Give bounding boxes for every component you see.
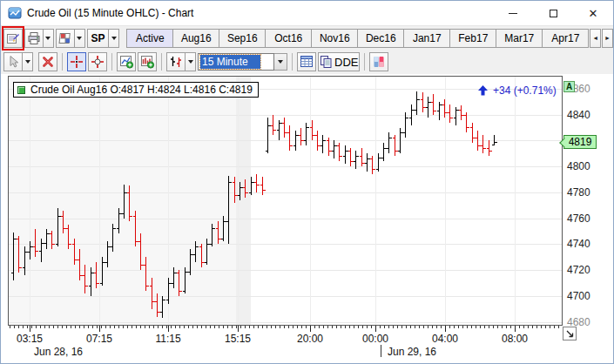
delete-x-icon bbox=[42, 56, 54, 68]
minimize-icon bbox=[509, 13, 517, 14]
dde-label: DDE bbox=[334, 56, 358, 69]
add-study-button[interactable] bbox=[138, 52, 157, 71]
study-add-icon bbox=[140, 55, 155, 69]
dropdown-icon bbox=[111, 37, 117, 40]
quote-table-button[interactable] bbox=[297, 52, 316, 71]
symbol-button[interactable]: SP bbox=[87, 29, 110, 48]
time-axis-label: 15:15 bbox=[217, 333, 259, 345]
tab-scroll-left-button[interactable]: ◄ bbox=[590, 29, 601, 48]
time-axis-label: 20:00 bbox=[289, 333, 331, 345]
tab-nov16[interactable]: Nov16 bbox=[311, 29, 358, 48]
tab-oct16[interactable]: Oct16 bbox=[265, 29, 312, 48]
bar-colors-button[interactable] bbox=[369, 52, 388, 71]
price-axis-label: 4840 bbox=[567, 109, 605, 121]
interval-selected-value: 15 Minute bbox=[200, 55, 260, 69]
minimize-button[interactable] bbox=[493, 1, 533, 25]
price-axis-label: 4740 bbox=[567, 238, 605, 250]
tab-apr17[interactable]: Apr17 bbox=[542, 29, 589, 48]
date-axis-labels: Jun 28, 16Jun 29, 16 bbox=[1, 346, 613, 358]
interval-combobox[interactable]: 15 Minute bbox=[198, 53, 287, 71]
tab-feb17[interactable]: Feb17 bbox=[449, 29, 496, 48]
app-window: Crude Oil (15 Minute OHLC) - Chart ✕ bbox=[0, 0, 614, 364]
ohlc-plot[interactable] bbox=[8, 76, 563, 326]
toolbar-separator bbox=[161, 53, 162, 71]
current-price-tag: 4819 bbox=[563, 135, 597, 149]
tab-aug16[interactable]: Aug16 bbox=[172, 29, 219, 48]
dropdown-icon bbox=[278, 60, 283, 64]
time-axis-label: 07:15 bbox=[78, 333, 120, 345]
legend-text: Crude Oil Aug16 O:4817 H:4824 L:4816 C:4… bbox=[30, 84, 253, 96]
interval-value-box[interactable]: 15 Minute bbox=[198, 53, 274, 71]
time-axis-labels[interactable]: 03:1507:1511:1515:1520:0000:0004:0008:00 bbox=[1, 333, 613, 345]
dropdown-icon bbox=[45, 37, 51, 40]
cursor-icon bbox=[7, 55, 19, 69]
pointer-tool-button[interactable] bbox=[3, 52, 23, 71]
print-button[interactable] bbox=[24, 29, 44, 48]
table-icon bbox=[300, 55, 314, 69]
tab-jan17[interactable]: Jan17 bbox=[403, 29, 450, 48]
close-button[interactable]: ✕ bbox=[573, 1, 613, 25]
price-axis-label: 4720 bbox=[567, 264, 605, 276]
toolbar-separator bbox=[111, 53, 112, 71]
change-text: +34 (+0.71%) bbox=[493, 84, 557, 97]
interval-dropdown-button[interactable] bbox=[274, 53, 287, 71]
symbol-dropdown-button[interactable] bbox=[109, 29, 119, 48]
printer-icon bbox=[27, 31, 41, 45]
bar-style-button[interactable] bbox=[166, 52, 186, 71]
crosshair-icon bbox=[70, 55, 84, 69]
date-label: Jun 28, 16 bbox=[34, 346, 83, 358]
main-toolbar: SP ActiveAug16Sep16Oct16Nov16Dec16Jan17F… bbox=[1, 25, 613, 50]
time-axis-label: 08:00 bbox=[494, 333, 536, 345]
chart-resize-handle[interactable] bbox=[563, 327, 577, 340]
price-change-label: +34 (+0.71%) bbox=[478, 84, 557, 97]
bar-style-dropdown-button[interactable] bbox=[186, 52, 196, 71]
date-label: Jun 29, 16 bbox=[388, 346, 436, 358]
toolbar-separator bbox=[62, 53, 63, 71]
tab-mar17[interactable]: Mar17 bbox=[496, 29, 543, 48]
toolbar-separator bbox=[364, 53, 365, 71]
price-axis-label: 4780 bbox=[567, 186, 605, 199]
tab-scroll-right-button[interactable]: ► bbox=[602, 29, 613, 48]
time-axis-label: 00:00 bbox=[354, 333, 396, 345]
maximize-button[interactable] bbox=[533, 1, 573, 25]
dde-export-button[interactable]: DDE bbox=[318, 52, 360, 71]
price-axis-label: 4760 bbox=[567, 212, 605, 225]
chart-settings-button[interactable] bbox=[56, 29, 75, 48]
dropdown-icon bbox=[77, 37, 82, 40]
chart-settings-dropdown-button[interactable] bbox=[75, 29, 85, 48]
close-icon: ✕ bbox=[589, 8, 598, 19]
date-separator bbox=[381, 345, 381, 357]
scroll-right-icon: ► bbox=[604, 35, 611, 41]
print-dropdown-button[interactable] bbox=[44, 29, 54, 48]
color-bars-icon bbox=[372, 55, 386, 69]
contract-tab-strip: ActiveAug16Sep16Oct16Nov16Dec16Jan17Feb1… bbox=[127, 29, 589, 48]
window-title: Crude Oil (15 Minute OHLC) - Chart bbox=[27, 7, 493, 19]
chart-settings-icon bbox=[58, 31, 72, 45]
time-axis-label: 03:15 bbox=[9, 333, 51, 345]
chart-region: Crude Oil Aug16 O:4817 H:4824 L:4816 C:4… bbox=[1, 74, 613, 363]
maximize-icon bbox=[550, 10, 557, 17]
price-axis-label: 4800 bbox=[567, 160, 605, 172]
dropdown-icon bbox=[25, 60, 30, 64]
tab-dec16[interactable]: Dec16 bbox=[357, 29, 404, 48]
price-axis-label: 4700 bbox=[567, 290, 605, 302]
chart-toolbar: 15 Minute DDE bbox=[1, 50, 613, 74]
chart-properties-button[interactable] bbox=[3, 29, 23, 48]
copy-sheets-icon bbox=[320, 55, 333, 69]
title-bar: Crude Oil (15 Minute OHLC) - Chart ✕ bbox=[1, 1, 613, 25]
tab-active[interactable]: Active bbox=[126, 29, 173, 48]
delete-tool-button[interactable] bbox=[38, 52, 57, 71]
chart-legend[interactable]: Crude Oil Aug16 O:4817 H:4824 L:4816 C:4… bbox=[13, 82, 259, 98]
auto-scale-badge[interactable]: A bbox=[563, 81, 575, 92]
diagonal-arrow-icon bbox=[565, 329, 575, 339]
pointer-tool-dropdown-button[interactable] bbox=[23, 52, 33, 71]
symbol-label: SP bbox=[89, 32, 108, 44]
crosshair-circle-icon bbox=[91, 55, 105, 69]
scroll-left-icon: ◄ bbox=[592, 35, 598, 41]
crosshair-tool-button[interactable] bbox=[67, 52, 86, 71]
tab-sep16[interactable]: Sep16 bbox=[219, 29, 266, 48]
crosshair-dot-tool-button[interactable] bbox=[88, 52, 107, 71]
properties-icon bbox=[6, 31, 20, 45]
dropdown-icon bbox=[188, 60, 193, 64]
new-chart-button[interactable] bbox=[117, 52, 136, 71]
